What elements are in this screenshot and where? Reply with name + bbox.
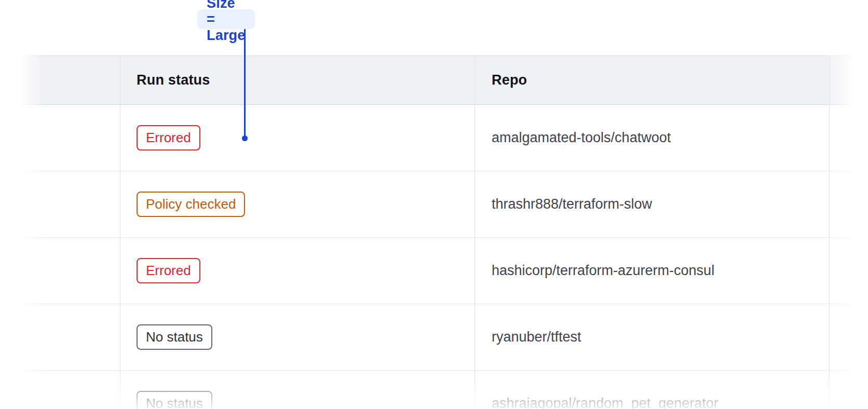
size-annotation-label: Size = Large (197, 9, 255, 29)
table-header-row: Run status Repo (22, 56, 868, 105)
cell-run-status: No status (120, 304, 475, 370)
cell-empty (22, 238, 120, 304)
cell-overflow (830, 105, 868, 171)
cell-repo: amalgamated-tools/chatwoot (475, 105, 830, 171)
run-status-column-label: Run status (137, 72, 210, 88)
cell-overflow (830, 371, 868, 409)
table-row[interactable]: No status ryanuber/tftest (22, 304, 868, 371)
status-badge: No status (137, 324, 212, 350)
status-badge: Policy checked (137, 192, 245, 217)
cell-run-status: No status (120, 371, 475, 409)
header-cell-repo: Repo (475, 56, 830, 104)
status-badge: Errored (137, 125, 200, 151)
repo-name: thrashr888/terraform-slow (492, 196, 652, 212)
cell-repo: hashicorp/terraform-azurerm-consul (475, 238, 830, 304)
status-badge: No status (137, 391, 212, 409)
header-cell-overflow (830, 56, 868, 104)
repo-name: ashrajagopal/random_pet_generator (492, 396, 718, 409)
cell-run-status: Policy checked (120, 171, 475, 237)
repo-column-label: Repo (492, 72, 527, 88)
cell-empty (22, 105, 120, 171)
table-row[interactable]: Errored hashicorp/terraform-azurerm-cons… (22, 238, 868, 304)
status-badge: Errored (137, 258, 200, 283)
table-row[interactable]: No status ashrajagopal/random_pet_genera… (22, 371, 868, 409)
cell-repo: thrashr888/terraform-slow (475, 171, 830, 237)
header-cell-empty (22, 56, 120, 104)
annotation-pointer-line (244, 29, 246, 136)
repo-name: amalgamated-tools/chatwoot (492, 130, 671, 146)
cell-overflow (830, 304, 868, 370)
cell-empty (22, 171, 120, 237)
cell-overflow (830, 238, 868, 304)
table-row[interactable]: Errored amalgamated-tools/chatwoot (22, 105, 868, 171)
cell-empty (22, 304, 120, 370)
annotation-pointer-dot (242, 135, 248, 141)
cell-run-status: Errored (120, 105, 475, 171)
header-cell-run-status: Run status (120, 56, 475, 104)
repo-name: hashicorp/terraform-azurerm-consul (492, 263, 714, 279)
repo-name: ryanuber/tftest (492, 329, 581, 345)
cell-repo: ashrajagopal/random_pet_generator (475, 371, 830, 409)
cell-run-status: Errored (120, 238, 475, 304)
cell-repo: ryanuber/tftest (475, 304, 830, 370)
table-row[interactable]: Policy checked thrashr888/terraform-slow (22, 171, 868, 238)
runs-table: Run status Repo Errored amalgamated-tool… (22, 56, 868, 409)
cell-empty (22, 371, 120, 409)
cell-overflow (830, 171, 868, 237)
